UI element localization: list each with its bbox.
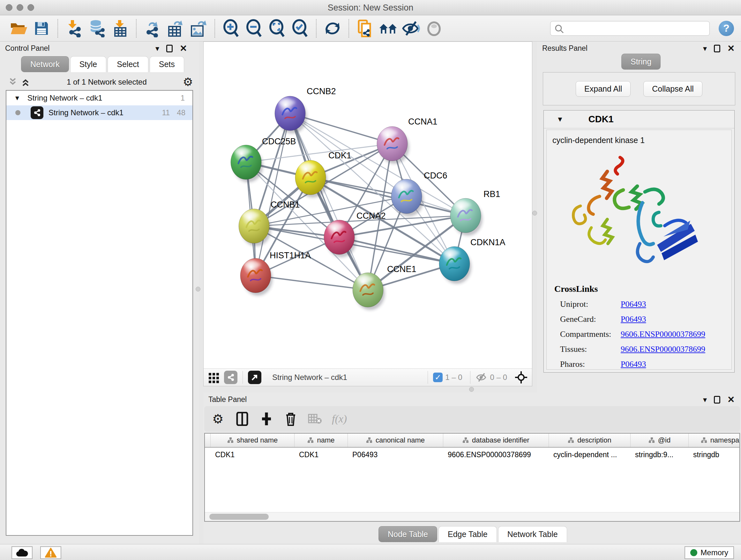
panel-menu-icon[interactable]: ▾ (703, 45, 707, 52)
column-header-name[interactable]: name (294, 434, 348, 447)
network-node-ccne1[interactable] (353, 273, 385, 310)
export-image-button[interactable] (189, 19, 208, 38)
float-panel-icon[interactable] (714, 396, 720, 403)
network-node-cdkn1a[interactable] (439, 246, 471, 284)
float-panel-icon[interactable] (714, 45, 720, 52)
expand-all-chevron-icon[interactable] (21, 78, 30, 86)
close-panel-icon[interactable]: ✕ (727, 44, 735, 53)
fit-content-button[interactable] (268, 19, 286, 38)
network-edge-ccna2-cdkn1a[interactable] (339, 237, 455, 264)
network-node-ccna1[interactable] (377, 126, 409, 164)
tab-node-table[interactable]: Node Table (379, 526, 437, 542)
left-splitter-handle[interactable] (196, 287, 200, 292)
collapse-protein-icon[interactable]: ▼ (556, 115, 563, 124)
horizontal-scrollbar[interactable] (205, 512, 739, 521)
network-node-rb1[interactable] (450, 198, 482, 236)
column-header--id[interactable]: @id (630, 434, 689, 447)
table-row[interactable]: CDK1CDK1P064939606.ENSP00000378699cyclin… (205, 448, 739, 462)
show-columns-icon[interactable] (235, 412, 250, 426)
tab-sets[interactable]: Sets (150, 56, 184, 72)
crosslink-link[interactable]: P06493 (621, 300, 646, 309)
tab-network[interactable]: Network (21, 56, 69, 72)
status-bar: Memory (0, 544, 741, 560)
expand-all-button[interactable]: Expand All (576, 81, 630, 97)
tab-network-table[interactable]: Network Table (498, 526, 567, 542)
show-all-networks-button[interactable] (379, 19, 397, 38)
tab-string[interactable]: String (621, 54, 661, 70)
string-badge-icon[interactable] (224, 371, 238, 384)
crosslink-link[interactable]: 9606.ENSP00000378699 (621, 329, 705, 339)
protein-details: cyclin-dependent kinase 1 (546, 130, 732, 370)
network-collection-row[interactable]: ▼ String Network – cdk1 1 (6, 91, 192, 105)
delete-column-icon[interactable] (283, 412, 298, 426)
float-panel-icon[interactable] (166, 45, 173, 52)
close-panel-icon[interactable]: ✕ (180, 44, 187, 53)
network-node-cdk1[interactable] (295, 160, 327, 198)
protein-header[interactable]: ▼ CDK1 (544, 111, 734, 128)
delete-table-icon[interactable] (308, 412, 322, 426)
tab-edge-table[interactable]: Edge Table (439, 526, 497, 542)
apply-layout-button[interactable] (323, 19, 342, 38)
scrollbar-handle[interactable] (209, 514, 269, 520)
panel-menu-icon[interactable]: ▾ (703, 396, 707, 403)
collapse-all-button[interactable]: Collapse All (643, 81, 702, 97)
export-network-button[interactable] (143, 19, 162, 38)
search-input[interactable] (550, 21, 710, 36)
crosslink-link[interactable]: P06493 (621, 314, 646, 324)
hidden-eye-icon[interactable] (475, 373, 488, 382)
save-session-button[interactable] (32, 19, 51, 38)
import-network-from-database-button[interactable] (88, 19, 106, 38)
table-header-row: shared namenamecanonical namedatabase id… (205, 434, 739, 448)
panel-menu-icon[interactable]: ▾ (155, 45, 159, 52)
clone-network-button[interactable] (356, 19, 374, 38)
tab-style[interactable]: Style (70, 56, 107, 72)
warnings-button[interactable] (40, 546, 61, 559)
selected-checkbox[interactable]: ✓ (433, 373, 443, 382)
show-hidden-button[interactable] (425, 19, 443, 38)
create-column-icon[interactable] (259, 412, 274, 426)
network-node-ccna2[interactable] (324, 220, 356, 257)
table-panel: Table Panel ▾ ✕ ⚙ (203, 393, 741, 544)
tree-expander-icon[interactable]: ▼ (14, 95, 20, 102)
network-canvas[interactable]: CCNB2CCNA1CDC25BCDK1CDC6RB1CCNB1CCNA2CDK… (204, 42, 532, 368)
network-options-gear-icon[interactable]: ⚙ (183, 76, 193, 88)
export-table-button[interactable] (166, 19, 185, 38)
column-header-namespace[interactable]: namespace (689, 434, 740, 447)
crosslink-row: Compartments:9606.ENSP00000378699 (554, 329, 727, 339)
column-header-shared-name[interactable]: shared name (211, 434, 294, 447)
function-builder-icon[interactable]: f(x) (332, 413, 347, 425)
memory-button[interactable]: Memory (684, 546, 734, 559)
open-file-button[interactable] (9, 19, 28, 38)
cloud-status-button[interactable] (11, 546, 32, 559)
open-in-new-icon[interactable] (248, 371, 261, 384)
node-label-rb1: RB1 (483, 189, 500, 199)
column-header-canonical-name[interactable]: canonical name (348, 434, 443, 447)
import-network-button[interactable] (65, 19, 83, 38)
network-node-hist1h1a[interactable] (240, 258, 273, 296)
right-splitter-handle[interactable] (532, 211, 537, 215)
zoom-selected-button[interactable] (291, 19, 309, 38)
network-edge-ccnb2-ccne1[interactable] (290, 113, 368, 290)
collapse-all-chevron-icon[interactable] (8, 78, 18, 86)
import-table-button[interactable] (111, 19, 129, 38)
hide-selected-button[interactable] (402, 19, 420, 38)
close-panel-icon[interactable]: ✕ (727, 395, 735, 404)
network-node-ccnb2[interactable] (275, 96, 307, 133)
birds-eye-crosshair-icon[interactable] (515, 371, 528, 384)
zoom-in-button[interactable] (222, 19, 240, 38)
help-button[interactable]: ? (719, 21, 734, 36)
table-settings-gear-icon[interactable]: ⚙ (211, 412, 225, 426)
zoom-out-button[interactable] (245, 19, 263, 38)
column-header-description[interactable]: description (549, 434, 630, 447)
selected-counts: 1 – 0 (445, 373, 462, 382)
hidden-counts: 0 – 0 (490, 373, 507, 382)
grid-view-icon[interactable] (208, 372, 219, 383)
crosslink-link[interactable]: 9606.ENSP00000378699 (621, 345, 705, 354)
column-header-database-identifier[interactable]: database identifier (443, 434, 549, 447)
network-row-selected[interactable]: String Network – cdk1 11 48 (6, 105, 192, 120)
bottom-splitter-handle[interactable] (469, 387, 474, 392)
crosslink-link[interactable]: P06493 (621, 360, 646, 369)
window-title: Session: New Session (0, 3, 741, 13)
tab-select[interactable]: Select (108, 56, 148, 72)
network-node-cdc25b[interactable] (231, 145, 263, 182)
